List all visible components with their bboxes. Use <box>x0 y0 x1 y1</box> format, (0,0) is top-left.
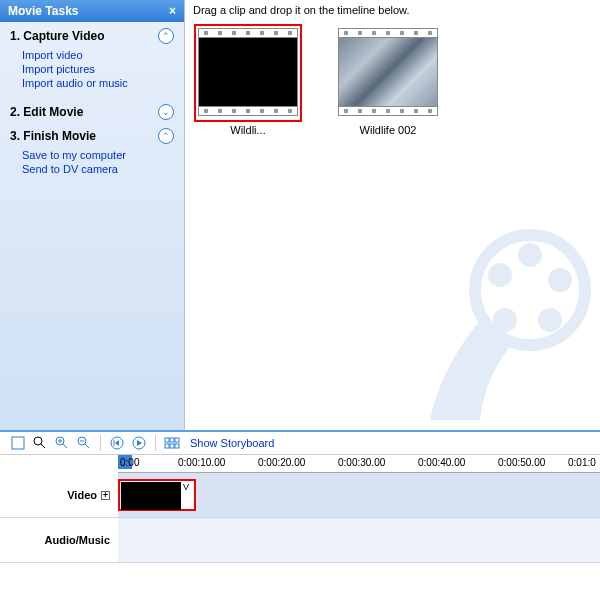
svg-rect-25 <box>170 444 174 448</box>
chevron-down-icon[interactable]: ⌄ <box>158 104 174 120</box>
timeline-pane: Show Storyboard 0:00 0:00:10.00 0:00:20.… <box>0 430 600 600</box>
clip-label: Wildli... <box>193 124 303 136</box>
svg-point-7 <box>34 437 42 445</box>
svg-line-14 <box>85 444 89 448</box>
svg-marker-20 <box>137 440 142 446</box>
svg-point-0 <box>475 235 585 345</box>
audio-track-label: Audio/Music <box>45 534 110 546</box>
svg-rect-22 <box>170 438 174 442</box>
section-capture-video[interactable]: 1. Capture Video ⌃ <box>0 22 184 46</box>
expand-icon[interactable]: + <box>101 491 110 500</box>
timeline-ruler[interactable]: 0:00 0:00:10.00 0:00:20.00 0:00:30.00 0:… <box>118 455 600 473</box>
zoom-fit-icon[interactable] <box>10 435 26 451</box>
svg-rect-24 <box>165 444 169 448</box>
link-import-audio[interactable]: Import audio or music <box>22 76 174 90</box>
link-import-video[interactable]: Import video <box>22 48 174 62</box>
drag-hint: Drag a clip and drop it on the timeline … <box>193 4 592 16</box>
storyboard-icon[interactable] <box>164 435 180 451</box>
film-reel-watermark-icon <box>400 210 600 430</box>
link-import-pictures[interactable]: Import pictures <box>22 62 174 76</box>
clip-item[interactable]: Wildlife 002 <box>333 28 443 136</box>
clip-thumbnail[interactable] <box>338 28 438 118</box>
clip-label: Wildlife 002 <box>333 124 443 136</box>
zoom-in-icon[interactable] <box>54 435 70 451</box>
svg-point-5 <box>488 263 512 287</box>
rewind-icon[interactable] <box>109 435 125 451</box>
link-send-dv[interactable]: Send to DV camera <box>22 162 174 176</box>
collection-pane: Drag a clip and drop it on the timeline … <box>185 0 600 430</box>
play-icon[interactable] <box>131 435 147 451</box>
clip-item[interactable]: Wildli... <box>193 28 303 136</box>
section-finish-movie[interactable]: 3. Finish Movie ⌃ <box>0 122 184 146</box>
timeline-toolbar: Show Storyboard <box>0 432 600 455</box>
search-icon[interactable] <box>32 435 48 451</box>
sidebar-header: Movie Tasks × <box>0 0 184 22</box>
svg-rect-23 <box>175 438 179 442</box>
link-save-computer[interactable]: Save to my computer <box>22 148 174 162</box>
chevron-up-icon[interactable]: ⌃ <box>158 28 174 44</box>
zoom-out-icon[interactable] <box>76 435 92 451</box>
chevron-up-icon[interactable]: ⌃ <box>158 128 174 144</box>
svg-marker-17 <box>115 440 119 446</box>
video-track[interactable]: Video + V <box>0 473 600 518</box>
movie-tasks-sidebar: Movie Tasks × 1. Capture Video ⌃ Import … <box>0 0 185 430</box>
show-storyboard-link[interactable]: Show Storyboard <box>190 437 274 449</box>
svg-point-1 <box>518 243 542 267</box>
close-icon[interactable]: × <box>169 4 176 18</box>
svg-point-3 <box>538 308 562 332</box>
timeline-clip[interactable]: V <box>118 479 196 511</box>
video-track-label: Video <box>67 489 97 501</box>
sidebar-title: Movie Tasks <box>8 4 78 18</box>
svg-rect-26 <box>175 444 179 448</box>
section-edit-movie[interactable]: 2. Edit Movie ⌄ <box>0 98 184 122</box>
svg-point-2 <box>548 268 572 292</box>
clip-thumbnail-selected[interactable] <box>198 28 298 118</box>
svg-line-8 <box>41 444 45 448</box>
svg-rect-21 <box>165 438 169 442</box>
svg-rect-6 <box>12 437 24 449</box>
clip-short-label: V <box>182 481 190 509</box>
svg-point-4 <box>493 308 517 332</box>
svg-line-10 <box>63 444 67 448</box>
audio-track[interactable]: Audio/Music <box>0 518 600 563</box>
